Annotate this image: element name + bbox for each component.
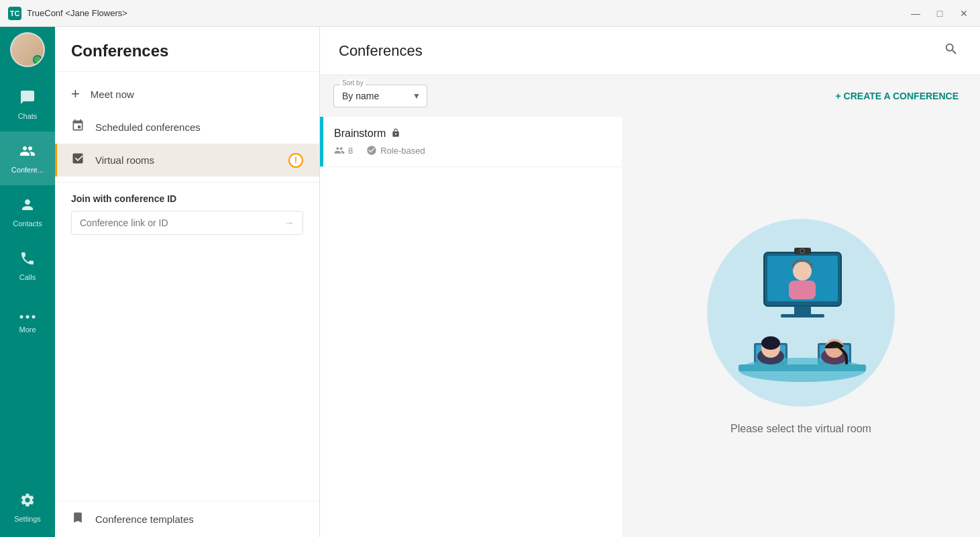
svg-rect-5 xyxy=(794,306,811,314)
app-body: Chats Confere... Contacts Calls More xyxy=(0,27,980,537)
calls-icon xyxy=(19,250,36,271)
join-title: Join with conference ID xyxy=(71,193,303,204)
join-input-wrap: → xyxy=(71,211,303,235)
conference-type: Role-based xyxy=(380,146,425,156)
virtual-rooms-icon xyxy=(71,152,85,168)
sort-label: Sort by xyxy=(340,79,366,87)
conference-meta: 8 Role-based xyxy=(334,145,611,156)
meet-now-label: Meet now xyxy=(91,89,134,100)
svg-point-1 xyxy=(26,315,30,319)
detail-panel: Please select the virtual room xyxy=(622,117,980,537)
maximize-button[interactable]: □ xyxy=(932,5,948,21)
scheduled-icon xyxy=(71,119,85,136)
panel-header: Conferences xyxy=(55,27,319,72)
chats-icon xyxy=(19,89,36,109)
chats-label: Chats xyxy=(18,112,38,120)
app-title: TrueConf <Jane Flowers> xyxy=(27,8,908,18)
meet-now-icon: + xyxy=(71,85,80,103)
sidebar-item-calls[interactable]: Calls xyxy=(0,239,55,293)
content-body: Brainstorm 8 Rol xyxy=(320,117,980,537)
conference-list: Brainstorm 8 Rol xyxy=(320,117,622,537)
conference-item-brainstorm[interactable]: Brainstorm 8 Rol xyxy=(320,117,622,167)
sidebar-item-chats[interactable]: Chats xyxy=(0,78,55,132)
lock-icon xyxy=(391,128,400,140)
menu-item-scheduled[interactable]: Scheduled conferences xyxy=(55,111,319,144)
sidebar-item-contacts[interactable]: Contacts xyxy=(0,185,55,239)
app-icon: TC xyxy=(8,7,21,20)
avatar[interactable] xyxy=(10,32,45,67)
svg-point-0 xyxy=(20,315,23,319)
virtual-rooms-alert: ! xyxy=(288,153,303,168)
templates-label: Conference templates xyxy=(95,514,194,525)
avatar-status xyxy=(33,55,42,64)
settings-icon xyxy=(19,492,36,512)
titlebar: TC TrueConf <Jane Flowers> — □ ✕ xyxy=(0,0,980,27)
search-button[interactable] xyxy=(941,39,961,62)
sort-select[interactable]: By name By date xyxy=(333,85,427,107)
templates-icon xyxy=(71,511,85,528)
menu-item-templates[interactable]: Conference templates xyxy=(55,501,319,537)
menu-item-virtual-rooms[interactable]: Virtual rooms ! xyxy=(55,144,319,177)
conference-name: Brainstorm xyxy=(334,128,611,140)
svg-rect-11 xyxy=(789,281,816,299)
join-submit-arrow[interactable]: → xyxy=(284,217,294,229)
join-section: Join with conference ID → xyxy=(55,182,319,246)
svg-point-2 xyxy=(32,315,36,319)
sidebar-item-more[interactable]: More xyxy=(0,293,55,346)
panel-menu: + Meet now Scheduled conferences Virtual… xyxy=(55,72,319,182)
more-icon xyxy=(19,305,36,323)
detail-message: Please select the virtual room xyxy=(730,423,871,435)
virtual-room-illustration xyxy=(707,219,895,407)
svg-rect-6 xyxy=(781,314,824,318)
type-meta: Role-based xyxy=(366,145,425,156)
conference-name-text: Brainstorm xyxy=(334,128,386,140)
main-content: Conferences Sort by By name By date ▼ + … xyxy=(320,27,980,537)
sort-bar: Sort by By name By date ▼ + CREATE A CON… xyxy=(320,75,980,117)
participants-meta: 8 xyxy=(334,145,353,156)
menu-item-meet-now[interactable]: + Meet now xyxy=(55,77,319,111)
panel-spacer xyxy=(55,246,319,501)
contacts-icon xyxy=(19,197,36,217)
conferences-panel: Conferences + Meet now Scheduled confere… xyxy=(55,27,320,537)
main-header: Conferences xyxy=(320,27,980,75)
participant-count: 8 xyxy=(348,146,353,156)
contacts-label: Contacts xyxy=(13,219,42,228)
virtual-rooms-label: Virtual rooms xyxy=(95,154,154,166)
nav-sidebar: Chats Confere... Contacts Calls More xyxy=(0,27,55,537)
conference-item-body: Brainstorm 8 Rol xyxy=(323,117,622,166)
conferences-label: Confere... xyxy=(11,166,44,174)
main-title: Conferences xyxy=(339,42,423,60)
more-label: More xyxy=(19,326,36,334)
panel-title: Conferences xyxy=(71,42,303,60)
sidebar-item-conferences[interactable]: Confere... xyxy=(0,132,55,185)
settings-label: Settings xyxy=(14,515,41,523)
svg-point-10 xyxy=(793,262,812,281)
sort-select-wrap: Sort by By name By date ▼ xyxy=(333,85,427,107)
minimize-button[interactable]: — xyxy=(908,5,924,21)
scheduled-label: Scheduled conferences xyxy=(95,121,201,133)
svg-point-9 xyxy=(801,250,804,252)
window-controls: — □ ✕ xyxy=(908,5,972,21)
create-conference-button[interactable]: + CREATE A CONFERENCE xyxy=(828,85,967,107)
calls-label: Calls xyxy=(19,273,36,281)
conference-id-input[interactable] xyxy=(80,217,284,228)
settings-nav-item[interactable]: Settings xyxy=(0,481,55,534)
conferences-icon xyxy=(19,143,36,163)
svg-point-22 xyxy=(761,336,780,350)
close-button[interactable]: ✕ xyxy=(956,5,972,21)
svg-rect-19 xyxy=(739,364,866,371)
